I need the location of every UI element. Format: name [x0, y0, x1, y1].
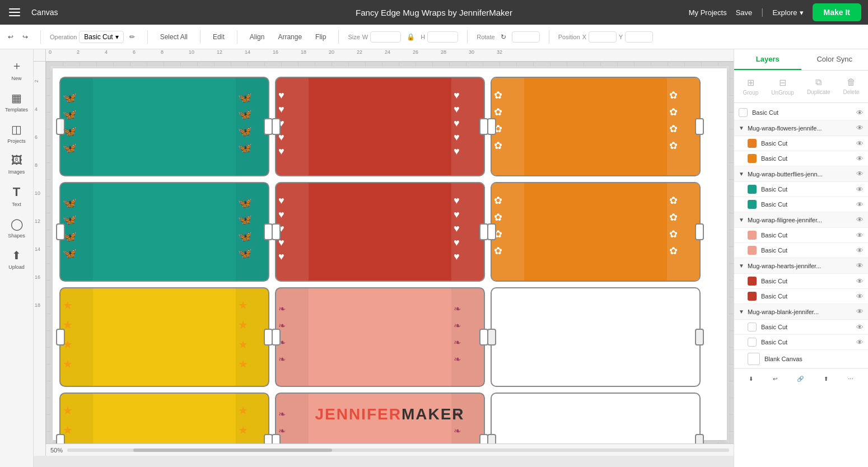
panel-bottom-btn-2[interactable]: ↩ [768, 373, 782, 384]
wrap-pink-1[interactable]: ❧❧❧❧ ❧❧❧❧ [275, 287, 485, 387]
height-input[interactable] [427, 31, 458, 43]
align-button[interactable]: Align [246, 31, 268, 43]
canvas-area[interactable]: 0 2 4 6 8 10 12 14 16 18 20 22 24 26 28 … [34, 49, 734, 467]
butterflies-layer-1-eye[interactable]: 👁 [856, 185, 864, 194]
horizontal-scrollbar[interactable] [67, 449, 729, 452]
make-it-button[interactable]: Make It [813, 3, 861, 21]
layer-group-filigree-header[interactable]: ▼ Mug-wrap-filigree-jennifer... 👁 [734, 212, 868, 228]
butterflies-layer-1[interactable]: Basic Cut 👁 [734, 182, 868, 197]
pen-tool-button[interactable]: ✏ [126, 31, 138, 43]
ungroup-button[interactable]: ⊟ UnGroup [767, 75, 799, 98]
wrap-orange-2[interactable]: ✿✿✿✿ ✿✿✿✿ [491, 182, 701, 282]
flowers-layer-2-eye[interactable]: 👁 [856, 155, 864, 163]
rotate-input[interactable] [512, 31, 540, 43]
hearts-layer-2[interactable]: Basic Cut 👁 [734, 289, 868, 304]
arrange-button[interactable]: Arrange [274, 31, 305, 43]
blank-canvas-item[interactable]: Blank Canvas [734, 350, 868, 368]
hearts-group-eye[interactable]: 👁 [856, 261, 864, 270]
sidebar-item-projects-label: Projects [7, 138, 26, 144]
blank-layer-1[interactable]: Basic Cut 👁 [734, 320, 868, 335]
filigree-layer-2[interactable]: Basic Cut 👁 [734, 243, 868, 258]
save-button[interactable]: Save [736, 8, 753, 17]
panel-actions: ⊞ Group ⊟ UnGroup ⧉ Duplicate 🗑 Delete [734, 71, 868, 103]
my-projects-link[interactable]: My Projects [689, 8, 727, 17]
white-canvas[interactable]: 🦋🦋🦋🦋 🦋🦋🦋🦋 ♥♥♥ [53, 68, 727, 440]
butterflies-layer-2-eye[interactable]: 👁 [856, 200, 864, 209]
y-input[interactable] [625, 31, 653, 43]
panel-bottom-btn-5[interactable]: ⋯ [843, 373, 858, 384]
undo-button[interactable]: ↩ [4, 31, 17, 43]
layer-group-blank-header[interactable]: ▼ Mug-wrap-blank-jennifer... 👁 [734, 304, 868, 320]
operation-dropdown[interactable]: Basic Cut ▾ [79, 31, 123, 43]
filigree-layer-1-eye[interactable]: 👁 [856, 231, 864, 240]
filigree-group-eye[interactable]: 👁 [856, 216, 864, 224]
svg-text:♥: ♥ [278, 251, 284, 262]
svg-text:★: ★ [238, 319, 248, 331]
svg-text:🦋: 🦋 [238, 196, 252, 209]
layers-list[interactable]: Basic Cut 👁 ▼ Mug-wrap-flowers-jennife..… [734, 103, 868, 467]
sidebar-item-images[interactable]: 🖼 Images [2, 150, 32, 179]
flip-button[interactable]: Flip [312, 31, 329, 43]
wrap-orange-1[interactable]: ✿✿✿✿ ✿✿✿✿ [491, 77, 701, 176]
blank-layer-1-eye[interactable]: 👁 [856, 323, 864, 331]
blank-layer-2[interactable]: Basic Cut 👁 [734, 335, 868, 350]
layer-group-butterflies-header[interactable]: ▼ Mug-wrap-butterflies-jenn... 👁 [734, 166, 868, 182]
explore-button[interactable]: Explore ▾ [772, 8, 803, 17]
basic-cut-top-eye[interactable]: 👁 [856, 109, 864, 117]
sidebar-item-projects[interactable]: ◫ Projects [2, 118, 32, 148]
svg-text:❧: ❧ [278, 354, 286, 364]
basic-cut-top-item[interactable]: Basic Cut 👁 [734, 105, 868, 120]
svg-text:❧: ❧ [454, 426, 461, 436]
layer-group-flowers-header[interactable]: ▼ Mug-wrap-flowers-jennife... 👁 [734, 120, 868, 136]
filigree-layer-2-eye[interactable]: 👁 [856, 246, 864, 255]
select-all-button[interactable]: Select All [157, 31, 191, 43]
tab-color-sync[interactable]: Color Sync [801, 49, 869, 70]
lock-icon[interactable]: 🔒 [403, 31, 418, 43]
delete-button[interactable]: 🗑 Delete [839, 75, 864, 98]
wrap-red-2[interactable]: ♥♥♥♥♥ ♥♥♥♥♥ [275, 182, 485, 282]
panel-bottom-btn-3[interactable]: 🔗 [792, 373, 808, 384]
butterflies-layer-2[interactable]: Basic Cut 👁 [734, 197, 868, 212]
svg-text:♥: ♥ [278, 195, 284, 206]
sidebar-item-templates[interactable]: ▦ Templates [2, 87, 32, 117]
redo-button[interactable]: ↪ [19, 31, 31, 43]
wrap-yellow-1[interactable]: ★★★★ ★★★★ [59, 287, 269, 387]
flowers-layer-2[interactable]: Basic Cut 👁 [734, 151, 868, 166]
delete-icon: 🗑 [847, 77, 856, 87]
flowers-layer-1-color [748, 139, 757, 148]
wrap-teal-1[interactable]: 🦋🦋🦋🦋 🦋🦋🦋🦋 [59, 77, 269, 176]
rotate-icon[interactable]: ↻ [497, 31, 510, 43]
sidebar-item-new[interactable]: ＋ New [2, 54, 32, 86]
sidebar-item-text[interactable]: T Text [2, 180, 32, 212]
svg-text:❧: ❧ [454, 338, 461, 347]
duplicate-button[interactable]: ⧉ Duplicate [802, 75, 835, 98]
wrap-blank-1[interactable] [491, 287, 701, 387]
sidebar-item-shapes[interactable]: ◯ Shapes [2, 213, 32, 243]
group-button[interactable]: ⊞ Group [739, 75, 763, 98]
x-input[interactable] [589, 31, 617, 43]
wrap-red-1[interactable]: ♥♥♥♥♥ ♥♥♥♥♥ [275, 77, 485, 176]
filigree-layer-1[interactable]: Basic Cut 👁 [734, 228, 868, 243]
hearts-layer-1-eye[interactable]: 👁 [856, 277, 864, 286]
panel-bottom-btn-4[interactable]: ⬆ [819, 373, 833, 384]
blank-group-eye[interactable]: 👁 [856, 307, 864, 316]
hearts-layer-2-eye[interactable]: 👁 [856, 292, 864, 301]
flowers-layer-1[interactable]: Basic Cut 👁 [734, 136, 868, 151]
hamburger-menu[interactable] [7, 6, 22, 18]
zoom-level: 50% [50, 447, 63, 454]
width-input[interactable] [370, 31, 401, 43]
flowers-group-eye[interactable]: 👁 [856, 124, 864, 132]
svg-text:♥: ♥ [278, 209, 284, 220]
flowers-layer-1-eye[interactable]: 👁 [856, 139, 864, 148]
basic-cut-top-color [739, 108, 748, 117]
sidebar-item-upload[interactable]: ⬆ Upload [2, 244, 32, 274]
wrap-teal-2[interactable]: 🦋🦋🦋🦋 🦋🦋🦋🦋 [59, 182, 269, 282]
tab-layers[interactable]: Layers [734, 49, 801, 70]
panel-bottom-btn-1[interactable]: ⬇ [744, 373, 758, 384]
canvas-content[interactable]: 🦋🦋🦋🦋 🦋🦋🦋🦋 ♥♥♥ [46, 62, 734, 456]
blank-layer-2-eye[interactable]: 👁 [856, 338, 864, 347]
butterflies-group-eye[interactable]: 👁 [856, 170, 864, 178]
layer-group-hearts-header[interactable]: ▼ Mug-wrap-hearts-jennifer... 👁 [734, 258, 868, 274]
edit-button[interactable]: Edit [209, 31, 228, 43]
hearts-layer-1[interactable]: Basic Cut 👁 [734, 274, 868, 289]
